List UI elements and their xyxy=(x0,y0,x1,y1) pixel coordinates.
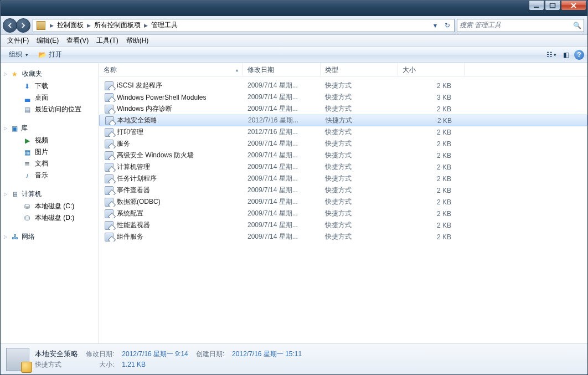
file-date: 2012/7/16 星期... xyxy=(244,116,321,125)
search-input[interactable]: 搜索 管理工具 🔍 xyxy=(457,19,584,32)
file-size: 2 KB xyxy=(398,233,465,241)
column-headers: 名称 修改日期 类型 大小 xyxy=(99,63,587,76)
file-size: 2 KB xyxy=(398,210,465,218)
maximize-button[interactable] xyxy=(545,1,560,11)
libraries-item-icon: ▦ xyxy=(23,148,32,157)
file-row[interactable]: 数据源(ODBC)2009/7/14 星期...快捷方式2 KB xyxy=(99,196,587,208)
file-row[interactable]: 系统配置2009/7/14 星期...快捷方式2 KB xyxy=(99,208,587,219)
file-name: Windows 内存诊断 xyxy=(117,104,172,114)
file-row[interactable]: 高级安全 Windows 防火墙2009/7/14 星期...快捷方式2 KB xyxy=(99,150,587,161)
location-icon xyxy=(37,21,45,30)
menu-view[interactable]: 查看(V) xyxy=(63,35,92,47)
sidebar-item[interactable]: ▶视频 xyxy=(1,135,99,146)
file-list: 名称 修改日期 类型 大小 iSCSI 发起程序2009/7/14 星期...快… xyxy=(99,63,587,343)
file-row[interactable]: 本地安全策略2012/7/16 星期...快捷方式2 KB xyxy=(99,115,587,126)
crumb-0[interactable]: 控制面板 xyxy=(56,20,85,30)
file-type: 快捷方式 xyxy=(321,209,398,218)
preview-pane-button[interactable]: ◧ xyxy=(560,49,572,61)
sidebar-item[interactable]: ▦图片 xyxy=(1,146,99,158)
search-placeholder: 搜索 管理工具 xyxy=(460,20,501,30)
file-size: 2 KB xyxy=(398,198,465,206)
file-size: 2 KB xyxy=(398,82,465,90)
col-date[interactable]: 修改日期 xyxy=(243,63,321,77)
chevron-right-icon[interactable]: ▶ xyxy=(48,23,56,28)
file-size: 2 KB xyxy=(399,117,465,125)
file-row[interactable]: 任务计划程序2009/7/14 星期...快捷方式2 KB xyxy=(99,173,587,184)
chevron-right-icon[interactable]: ▶ xyxy=(85,23,93,28)
file-type: 快捷方式 xyxy=(321,151,398,160)
col-name[interactable]: 名称 xyxy=(99,63,243,77)
star-icon: ★ xyxy=(12,70,18,78)
computer-icon: 🖥 xyxy=(12,191,18,198)
refresh-icon[interactable]: ↻ xyxy=(442,20,453,31)
navbar: ▶ 控制面板 ▶ 所有控制面板项 ▶ 管理工具 ▾ ↻ 搜索 管理工具 🔍 xyxy=(1,16,587,35)
file-size: 2 KB xyxy=(398,187,465,194)
file-type: 快捷方式 xyxy=(321,232,398,242)
crumb-1[interactable]: 所有控制面板项 xyxy=(93,20,142,30)
sidebar: ★收藏夹 ⬇下载▃桌面▤最近访问的位置 ▣库 ▶视频▦图片≣文档♪音乐 🖥计算机… xyxy=(1,63,99,343)
menu-help[interactable]: 帮助(H) xyxy=(123,35,152,47)
shortcut-icon xyxy=(105,93,114,102)
file-size: 2 KB xyxy=(398,105,465,113)
menu-tools[interactable]: 工具(T) xyxy=(93,35,121,47)
file-row[interactable]: 打印管理2012/7/16 星期...快捷方式2 KB xyxy=(99,126,587,138)
file-row[interactable]: 事件查看器2009/7/14 星期...快捷方式2 KB xyxy=(99,184,587,196)
sidebar-item[interactable]: ⬇下载 xyxy=(1,80,99,92)
file-name: 组件服务 xyxy=(117,232,143,242)
libraries-item-icon: ♪ xyxy=(23,171,32,180)
file-row[interactable]: 服务2009/7/14 星期...快捷方式2 KB xyxy=(99,138,587,150)
file-name: 任务计划程序 xyxy=(117,174,157,183)
history-chevron-down-icon[interactable]: ▾ xyxy=(430,20,441,31)
network-group[interactable]: 🖧网络 xyxy=(1,230,99,243)
shortcut-icon xyxy=(105,163,114,172)
file-row[interactable]: Windows 内存诊断2009/7/14 星期...快捷方式2 KB xyxy=(99,103,587,115)
sidebar-item[interactable]: ≣文档 xyxy=(1,158,99,169)
favorites-group[interactable]: ★收藏夹 xyxy=(1,68,99,80)
sidebar-item-label: 最近访问的位置 xyxy=(35,105,81,114)
sidebar-item-label: 视频 xyxy=(35,136,48,145)
sidebar-item[interactable]: ▃桌面 xyxy=(1,92,99,104)
open-button[interactable]: 📂打开 xyxy=(33,48,67,61)
shortcut-icon xyxy=(105,221,114,230)
sidebar-item[interactable]: ⛁本地磁盘 (D:) xyxy=(1,212,99,224)
view-options-button[interactable]: ☷ xyxy=(545,49,558,61)
file-row[interactable]: 计算机管理2009/7/14 星期...快捷方式2 KB xyxy=(99,161,587,173)
back-button[interactable] xyxy=(3,18,17,33)
shortcut-icon xyxy=(105,186,114,195)
organize-button[interactable]: 组织 xyxy=(4,48,33,61)
file-size: 2 KB xyxy=(398,140,465,148)
forward-button[interactable] xyxy=(16,18,30,33)
help-icon[interactable]: ? xyxy=(574,50,584,60)
crumb-2[interactable]: 管理工具 xyxy=(150,20,179,30)
col-type[interactable]: 类型 xyxy=(321,63,398,77)
sidebar-item[interactable]: ♪音乐 xyxy=(1,169,99,181)
minimize-button[interactable] xyxy=(529,1,544,11)
file-name: Windows PowerShell Modules xyxy=(117,94,206,101)
chevron-right-icon[interactable]: ▶ xyxy=(142,23,150,28)
sidebar-item-label: 本地磁盘 (C:) xyxy=(35,202,74,211)
file-name: 数据源(ODBC) xyxy=(117,197,161,207)
sidebar-item[interactable]: ▤最近访问的位置 xyxy=(1,104,99,115)
file-type: 快捷方式 xyxy=(321,139,398,148)
sidebar-item[interactable]: ⛁本地磁盘 (C:) xyxy=(1,201,99,212)
svg-rect-0 xyxy=(534,7,539,8)
shortcut-icon xyxy=(105,128,114,137)
details-mod-label: 修改日期: xyxy=(86,350,114,359)
close-button[interactable] xyxy=(561,1,586,11)
file-row[interactable]: iSCSI 发起程序2009/7/14 星期...快捷方式2 KB xyxy=(99,80,587,91)
computer-group[interactable]: 🖥计算机 xyxy=(1,188,99,201)
file-name: iSCSI 发起程序 xyxy=(117,81,162,90)
libraries-group[interactable]: ▣库 xyxy=(1,122,99,135)
details-mod-val: 2012/7/16 星期一 9:14 xyxy=(122,350,188,359)
address-bar[interactable]: ▶ 控制面板 ▶ 所有控制面板项 ▶ 管理工具 ▾ ↻ xyxy=(33,19,455,32)
file-row[interactable]: 性能监视器2009/7/14 星期...快捷方式2 KB xyxy=(99,219,587,231)
search-icon[interactable]: 🔍 xyxy=(573,22,581,29)
menu-edit[interactable]: 编辑(E) xyxy=(33,35,62,47)
titlebar[interactable] xyxy=(1,1,587,16)
col-size[interactable]: 大小 xyxy=(398,63,465,77)
menu-file[interactable]: 文件(F) xyxy=(4,35,32,47)
file-type: 快捷方式 xyxy=(321,174,398,183)
file-row[interactable]: Windows PowerShell Modules2009/7/14 星期..… xyxy=(99,91,587,103)
file-row[interactable]: 组件服务2009/7/14 星期...快捷方式2 KB xyxy=(99,231,587,243)
file-type: 快捷方式 xyxy=(321,116,399,125)
